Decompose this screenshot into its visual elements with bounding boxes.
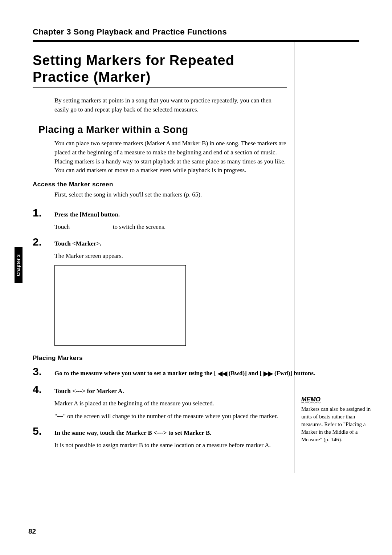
- memo-body: Markers can also be assigned in units of…: [301, 406, 371, 442]
- margin-rule: [294, 41, 294, 473]
- chapter-header-text: Chapter 3 Song Playback and Practice Fun…: [33, 27, 227, 36]
- step-3: 3. Go to the measure where you want to s…: [33, 365, 359, 378]
- chapter-side-tab: Chapter 3: [15, 247, 23, 283]
- chapter-header: Chapter 3 Song Playback and Practice Fun…: [33, 27, 359, 40]
- step-5-num: 5.: [33, 425, 49, 437]
- placing-markers-label: Placing Markers: [33, 355, 359, 362]
- step-1: 1. Press the [Menu] button.: [33, 207, 359, 219]
- step-2-num: 2.: [33, 236, 49, 248]
- step-4-follow-2: "---" on the screen will change to the n…: [54, 412, 287, 421]
- header-rule: [33, 40, 359, 42]
- step-1-follow-a: Touch: [54, 223, 70, 230]
- intro-paragraph: By setting markers at points in a song t…: [54, 96, 283, 114]
- step-4-text: Touch <---> for Marker A.: [49, 387, 359, 396]
- step-1-text: Press the [Menu] button.: [49, 210, 359, 219]
- memo-block: MEMO Markers can also be assigned in uni…: [301, 395, 374, 443]
- step-1-follow: Touch to switch the screens.: [54, 223, 287, 232]
- access-body: First, select the song in which you'll s…: [54, 190, 287, 199]
- subsection-heading: Placing a Marker within a Song: [38, 124, 359, 135]
- access-label: Access the Marker screen: [33, 181, 359, 188]
- subsection-body: You can place two separate markers (Mark…: [54, 139, 287, 175]
- page-title: Setting Markers for Repeated Practice (M…: [33, 52, 287, 88]
- step-2: 2. Touch <Marker>.: [33, 236, 359, 248]
- step-5-follow: It is not possible to assign marker B to…: [54, 441, 287, 450]
- rewind-icon: ◀◀: [218, 369, 227, 378]
- marker-screen-placeholder: [54, 265, 186, 346]
- memo-label: MEMO: [301, 395, 320, 404]
- step-4-follow-1: Marker A is placed at the beginning of t…: [54, 399, 287, 408]
- step-4: 4. Touch <---> for Marker A.: [33, 383, 359, 396]
- step-3-text: Go to the measure where you want to set …: [49, 369, 359, 378]
- forward-icon: ▶▶: [264, 369, 273, 378]
- page-number: 82: [28, 527, 36, 535]
- step-3-num: 3.: [33, 365, 49, 378]
- step-1-follow-b: to switch the screens.: [113, 223, 166, 230]
- step-1-num: 1.: [33, 207, 49, 219]
- step-2-text: Touch <Marker>.: [49, 239, 359, 248]
- step-4-num: 4.: [33, 383, 49, 396]
- step-2-follow: The Marker screen appears.: [54, 252, 287, 261]
